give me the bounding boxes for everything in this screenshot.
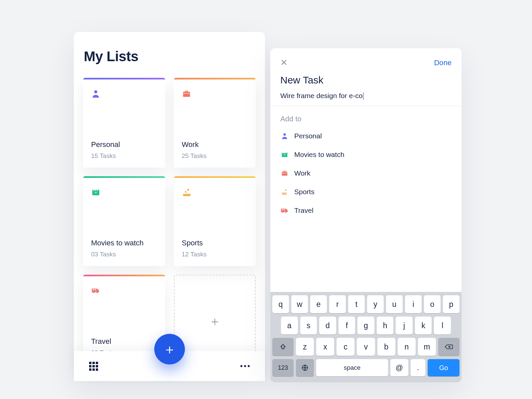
globe-key[interactable] — [296, 359, 314, 376]
person-icon — [91, 89, 100, 98]
key-a[interactable]: a — [281, 317, 298, 334]
key-l[interactable]: l — [434, 317, 451, 334]
key-m[interactable]: m — [418, 338, 436, 356]
backspace-icon — [445, 343, 453, 350]
add-to-label: Add to — [270, 106, 462, 127]
card-label: Movies to watch — [91, 239, 157, 247]
van-icon — [280, 207, 289, 214]
card-label: Work — [182, 140, 248, 149]
task-title-input[interactable]: Wire frame design for e-co — [270, 92, 462, 106]
option-work[interactable]: Work — [280, 164, 452, 183]
card-count: 25 Tasks — [182, 152, 248, 160]
option-label: Personal — [294, 132, 322, 140]
briefcase-icon — [182, 89, 191, 98]
globe-icon — [301, 364, 309, 371]
numbers-key[interactable]: 123 — [272, 359, 294, 376]
card-count: 03 Tasks — [91, 251, 157, 258]
key-i[interactable]: i — [405, 295, 422, 313]
grid-view-icon[interactable] — [89, 362, 98, 371]
svg-rect-6 — [282, 209, 283, 210]
keyboard-row: asdfghjkl — [272, 317, 460, 334]
plus-icon: ＋ — [208, 313, 221, 330]
svg-point-0 — [94, 90, 97, 93]
shift-key[interactable] — [272, 338, 294, 356]
list-card-movies[interactable]: Movies to watch 03 Tasks — [83, 176, 165, 266]
key-x[interactable]: x — [316, 338, 334, 356]
key-u[interactable]: u — [386, 295, 403, 313]
key-d[interactable]: d — [319, 317, 336, 334]
key-o[interactable]: o — [424, 295, 441, 313]
card-count: 15 Tasks — [91, 152, 157, 160]
lists-grid: Personal 15 Tasks Work 25 Tasks Movies t… — [83, 78, 256, 364]
plus-icon: ＋ — [163, 340, 176, 358]
key-p[interactable]: p — [443, 295, 460, 313]
person-icon — [280, 132, 289, 140]
backspace-key[interactable] — [438, 338, 460, 356]
card-accent — [174, 176, 256, 178]
option-label: Movies to watch — [294, 151, 344, 159]
dot-key[interactable]: . — [411, 359, 425, 376]
svg-point-1 — [187, 189, 189, 191]
key-w[interactable]: w — [291, 295, 308, 313]
option-sports[interactable]: Sports — [280, 183, 452, 201]
onscreen-keyboard: qwertyuiop asdfghjkl zxcvbnm 123 space @… — [270, 292, 462, 382]
card-accent — [83, 275, 165, 276]
space-key[interactable]: space — [316, 359, 388, 376]
new-task-screen: ✕ Done New Task Wire frame design for e-… — [270, 48, 462, 382]
card-accent — [174, 78, 256, 79]
at-key[interactable]: @ — [390, 359, 408, 376]
key-k[interactable]: k — [415, 317, 432, 334]
svg-rect-7 — [284, 209, 285, 210]
key-n[interactable]: n — [398, 338, 416, 356]
movie-icon — [91, 188, 100, 197]
card-label: Personal — [91, 140, 157, 149]
done-button[interactable]: Done — [434, 59, 452, 67]
key-y[interactable]: y — [367, 295, 384, 313]
card-count: 12 Tasks — [182, 251, 248, 258]
key-b[interactable]: b — [377, 338, 395, 356]
svg-rect-3 — [95, 289, 96, 290]
modal-header: ✕ Done — [270, 48, 462, 70]
movie-icon — [280, 151, 289, 158]
key-z[interactable]: z — [296, 338, 314, 356]
keyboard-row: 123 space @ . Go — [272, 359, 460, 376]
key-q[interactable]: q — [272, 295, 289, 313]
text-caret — [363, 92, 363, 100]
briefcase-icon — [280, 170, 289, 177]
key-f[interactable]: f — [338, 317, 355, 334]
swimmer-icon — [280, 188, 289, 196]
option-travel[interactable]: Travel — [280, 201, 452, 220]
card-label: Travel — [91, 337, 157, 346]
svg-point-5 — [285, 190, 287, 191]
close-icon[interactable]: ✕ — [280, 58, 288, 68]
key-r[interactable]: r — [329, 295, 346, 313]
modal-title: New Task — [270, 70, 462, 92]
list-card-sports[interactable]: Sports 12 Tasks — [174, 176, 256, 266]
card-label: Sports — [182, 239, 248, 247]
add-task-fab[interactable]: ＋ — [154, 334, 185, 364]
key-s[interactable]: s — [300, 317, 317, 334]
list-card-work[interactable]: Work 25 Tasks — [174, 78, 256, 168]
svg-rect-2 — [93, 289, 94, 290]
svg-point-4 — [283, 133, 286, 136]
page-title: My Lists — [84, 49, 256, 65]
go-key[interactable]: Go — [428, 359, 460, 376]
card-accent — [83, 78, 165, 79]
key-j[interactable]: j — [396, 317, 413, 334]
option-label: Travel — [294, 206, 314, 214]
keyboard-row: qwertyuiop — [272, 295, 460, 313]
key-v[interactable]: v — [357, 338, 375, 356]
key-h[interactable]: h — [377, 317, 394, 334]
card-accent — [83, 176, 165, 178]
shift-icon — [280, 343, 286, 350]
option-personal[interactable]: Personal — [280, 127, 452, 145]
key-e[interactable]: e — [310, 295, 327, 313]
more-icon[interactable] — [240, 365, 250, 367]
key-t[interactable]: t — [348, 295, 365, 313]
key-c[interactable]: c — [336, 338, 354, 356]
option-movies[interactable]: Movies to watch — [280, 145, 452, 164]
option-label: Work — [294, 169, 311, 177]
key-g[interactable]: g — [357, 317, 374, 334]
list-card-personal[interactable]: Personal 15 Tasks — [83, 78, 165, 168]
swimmer-icon — [182, 188, 191, 197]
